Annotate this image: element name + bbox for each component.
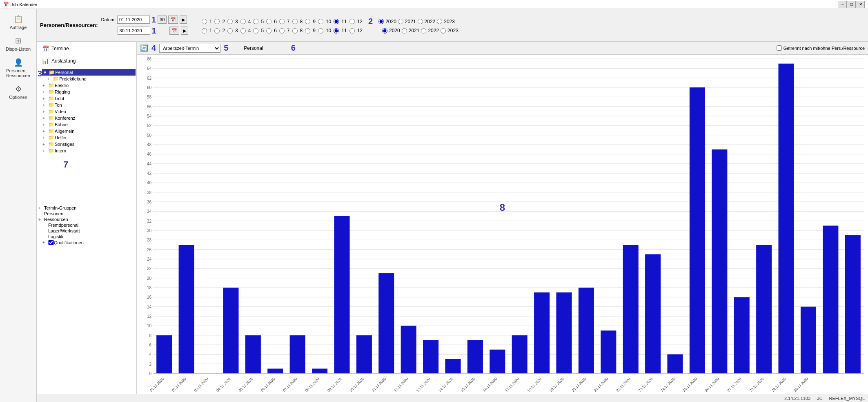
tree-node-personal[interactable]: ▼ 📁 Personal (42, 69, 136, 76)
personen-label-block: Personen/Ressourcen: (40, 22, 98, 28)
radio-year2-2022[interactable] (421, 28, 426, 34)
svg-rect-84 (534, 293, 550, 373)
radio-month2-o11[interactable] (334, 28, 339, 34)
svg-rect-87 (601, 331, 616, 373)
radio-year1-2022[interactable] (418, 19, 423, 24)
tree-node-helfer[interactable]: + 📁 Helfer (38, 134, 136, 141)
folder-helfer-icon: 📁 (48, 135, 55, 141)
date-input-1[interactable] (117, 16, 150, 24)
tree-node-termin-gruppen[interactable]: + Termin-Gruppen (38, 205, 136, 211)
tree-node-personen-group[interactable]: Personen (38, 211, 136, 217)
radio-year1-2021[interactable] (398, 19, 403, 24)
radio-month1-o11[interactable] (334, 19, 339, 24)
tree-actions: 📅 Termine 📊 Auslastung (37, 42, 136, 68)
qualifikationen-checkbox[interactable] (48, 240, 54, 245)
svg-text:02.11.2020: 02.11.2020 (171, 377, 187, 393)
radio-month1-o7[interactable] (279, 19, 285, 24)
tree-node-elektro[interactable]: + 📁 Elektro (38, 82, 136, 89)
tree-node-logistik[interactable]: Logistik (38, 234, 136, 239)
getrennt-checkbox[interactable] (777, 45, 782, 51)
minimize-button[interactable]: − (839, 1, 847, 8)
tree-node-licht[interactable]: + 📁 Licht (38, 95, 136, 102)
radio-month2-o10[interactable] (318, 28, 323, 34)
radio-month2-o3[interactable] (227, 28, 233, 34)
maximize-button[interactable]: □ (848, 1, 856, 8)
tree-node-qualifikationen[interactable]: + Qualifikationen (38, 239, 136, 246)
svg-text:24.11.2020: 24.11.2020 (660, 377, 676, 393)
radio-month1-o12[interactable] (349, 19, 355, 24)
tree-node-buhne[interactable]: + 📁 Bühne (38, 121, 136, 128)
svg-rect-83 (512, 335, 527, 373)
sidebar-item-auftrage[interactable]: 📋 Aufträge (0, 12, 36, 32)
date-input-2[interactable] (118, 27, 150, 35)
annotation-2: 2 (368, 17, 373, 26)
folder-konferenz-icon: 📁 (48, 115, 55, 121)
datum-label: Datum: (101, 17, 116, 22)
tree-node-intern[interactable]: + 📁 Intern (38, 147, 136, 154)
forward-btn-1[interactable]: ▶ (180, 16, 187, 24)
radio-month2-o2[interactable] (214, 28, 220, 34)
radio-month2-o1[interactable] (202, 28, 207, 34)
tree-node-ressourcen[interactable]: + Ressourcen (38, 217, 136, 222)
tree-node-lager[interactable]: Lager/Werkstatt (38, 228, 136, 234)
radio-year1-2023[interactable] (437, 19, 442, 24)
radio-month1-o9[interactable] (305, 19, 310, 24)
folder-rigging-icon: 📁 (48, 89, 55, 95)
sidebar-item-personen[interactable]: 👤 Personen,Ressourcen (0, 56, 36, 80)
tree-node-allgemein[interactable]: + 📁 Allgemein (38, 128, 136, 134)
radio-year1-2020[interactable] (378, 19, 384, 24)
svg-text:22: 22 (147, 266, 152, 271)
radio-month1-o1[interactable] (202, 19, 207, 24)
tree-node-sonstiges[interactable]: + 📁 Sonstiges (38, 141, 136, 147)
forward-btn-2[interactable]: ▶ (181, 27, 188, 35)
svg-rect-97 (823, 226, 838, 373)
chart-svg: 0246810121416182022242628303234363840424… (137, 55, 868, 394)
tree-node-ton[interactable]: + 📁 Ton (38, 102, 136, 108)
radio-month2-o9[interactable] (305, 28, 310, 34)
year-group-1: 2020 2021 2022 2023 (378, 19, 455, 25)
tree-node-projektleitung[interactable]: + 📁 Projektleitung (42, 76, 136, 82)
svg-text:20: 20 (147, 276, 152, 281)
annotation-1b: 1 (152, 26, 156, 36)
svg-text:56: 56 (147, 105, 152, 109)
radio-year2-2020[interactable] (382, 28, 387, 34)
chart-type-dropdown[interactable]: Arbeitszeit-Termin Termin Auslastung (159, 44, 220, 53)
refresh-icon[interactable]: 🔄 (140, 44, 148, 52)
radio-month1-o2[interactable] (214, 19, 220, 24)
tree-node-rigging[interactable]: + 📁 Rigging (38, 89, 136, 95)
radio-month1-o8[interactable] (292, 19, 298, 24)
expand-helfer-icon: + (42, 136, 48, 140)
radio-month1-o10[interactable] (318, 19, 323, 24)
radio-month2-o6[interactable] (266, 28, 272, 34)
day-button[interactable]: 30 (158, 16, 167, 24)
radio-month1-o4[interactable] (240, 19, 246, 24)
radio-month2-o8[interactable] (292, 28, 298, 34)
calendar-btn-2[interactable]: 📅 (169, 27, 179, 35)
sidebar-item-dispo[interactable]: ⊞ Dispo-Listen (0, 34, 36, 54)
auslastung-button[interactable]: 📊 Auslastung (38, 56, 135, 66)
radio-month2-o5[interactable] (253, 28, 258, 34)
svg-rect-90 (668, 354, 683, 373)
radio-month2-o7[interactable] (279, 28, 285, 34)
radio-year2-2023[interactable] (441, 28, 446, 34)
close-button[interactable]: ✕ (857, 1, 865, 8)
radio-month2-o12[interactable] (349, 28, 355, 34)
tree-node-video[interactable]: + 📁 Video (38, 108, 136, 115)
chart-panel: 🔄 4 Arbeitszeit-Termin Termin Auslastung… (137, 42, 868, 394)
folder-video-icon: 📁 (48, 109, 55, 114)
tree-node-fremdpersonal[interactable]: Fremdpersonal (38, 222, 136, 228)
calendar-btn-1[interactable]: 📅 (168, 16, 178, 24)
svg-text:03.11.2020: 03.11.2020 (194, 377, 209, 393)
sidebar-item-label-dispo: Dispo-Listen (6, 47, 31, 51)
sidebar-item-optionen[interactable]: ⚙ Optionen (0, 82, 36, 102)
tree-node-konferenz[interactable]: + 📁 Konferenz (38, 115, 136, 121)
radio-month1-o3[interactable] (227, 19, 233, 24)
radio-year2-2021[interactable] (402, 28, 407, 34)
radio-month1-o5[interactable] (253, 19, 258, 24)
tree-label-helfer: Helfer (55, 135, 67, 140)
radio-month2-o4[interactable] (240, 28, 246, 34)
svg-rect-79 (423, 340, 438, 373)
radio-month1-o6[interactable] (266, 19, 272, 24)
termine-button[interactable]: 📅 Termine (38, 43, 135, 54)
svg-rect-93 (734, 297, 750, 373)
